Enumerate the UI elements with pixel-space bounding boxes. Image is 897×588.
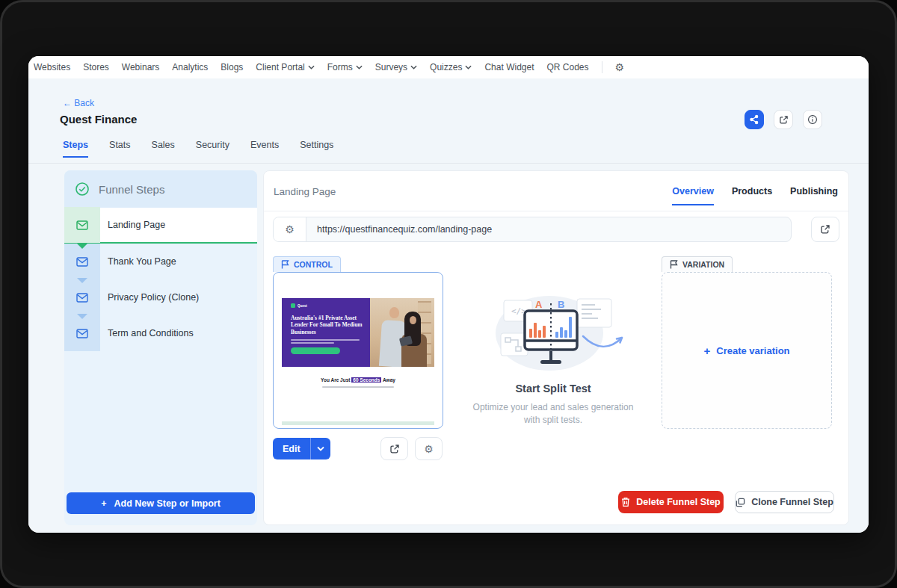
tab-overview[interactable]: Overview bbox=[672, 186, 714, 205]
mini-cta-button bbox=[291, 347, 340, 354]
step-connector-arrow bbox=[77, 314, 87, 319]
logo-text: Quest bbox=[298, 304, 307, 308]
tab-publishing[interactable]: Publishing bbox=[790, 186, 838, 205]
split-test-title: Start Split Test bbox=[452, 383, 654, 394]
edit-dropdown-button[interactable] bbox=[310, 438, 330, 459]
nav-divider bbox=[602, 61, 602, 73]
chevron-down-icon bbox=[317, 446, 324, 451]
trash-icon bbox=[621, 497, 630, 507]
tab-stats[interactable]: Stats bbox=[109, 140, 131, 158]
label-b: B bbox=[558, 299, 564, 310]
edit-button[interactable]: Edit bbox=[273, 438, 310, 459]
step-label: Thank You Page bbox=[108, 256, 176, 267]
mini-hero-section: Quest Australia's #1 Private Asset Lende… bbox=[282, 298, 434, 367]
step-detail-title: Landing Page bbox=[274, 186, 336, 197]
logo-mark-icon bbox=[291, 303, 295, 308]
step-row-thank-you-page[interactable]: Thank You Page bbox=[64, 244, 257, 279]
chevron-down-icon bbox=[308, 65, 315, 69]
step-row-term-and-conditions[interactable]: Term and Conditions bbox=[64, 315, 257, 351]
nav-item-chat-widget[interactable]: Chat Widget bbox=[484, 62, 534, 72]
step-label: Term and Conditions bbox=[108, 328, 194, 338]
nav-item-stores[interactable]: Stores bbox=[83, 62, 109, 72]
preview-settings-button[interactable]: ⚙ bbox=[415, 437, 443, 460]
funnel-tabs: Steps Stats Sales Security Events Settin… bbox=[63, 140, 333, 158]
envelope-icon bbox=[73, 252, 92, 271]
clone-funnel-step-button[interactable]: Clone Funnel Step bbox=[735, 491, 834, 513]
mini-landing-page: Quest Australia's #1 Private Asset Lende… bbox=[277, 276, 440, 425]
copy-icon bbox=[736, 498, 745, 507]
url-settings-button[interactable]: ⚙ bbox=[274, 217, 306, 241]
variation-dropzone: + Create variation bbox=[662, 272, 832, 429]
top-navigation: Websites Stores Webinars Analytics Blogs… bbox=[28, 56, 869, 78]
app-window: Websites Stores Webinars Analytics Blogs… bbox=[28, 56, 869, 533]
header-actions bbox=[745, 110, 822, 129]
page-url-bar: ⚙ https://questfinancequiz.com/landing-p… bbox=[273, 217, 792, 242]
nav-item-quizzes[interactable]: Quizzes bbox=[430, 62, 472, 72]
gear-icon: ⚙ bbox=[424, 443, 434, 455]
nav-item-websites[interactable]: Websites bbox=[34, 62, 70, 72]
tab-steps[interactable]: Steps bbox=[63, 140, 88, 158]
envelope-icon bbox=[73, 324, 92, 343]
step-icon-cell bbox=[64, 279, 100, 315]
tab-security[interactable]: Security bbox=[196, 140, 229, 158]
step-connector-arrow bbox=[77, 278, 87, 283]
mini-hero-photo bbox=[370, 298, 434, 367]
chevron-down-icon bbox=[410, 65, 417, 69]
back-arrow-icon: ← bbox=[63, 98, 72, 108]
nav-item-client-portal[interactable]: Client Portal bbox=[256, 62, 314, 72]
chevron-down-icon bbox=[356, 65, 363, 69]
step-icon-cell bbox=[64, 315, 100, 351]
delete-funnel-step-button[interactable]: Delete Funnel Step bbox=[618, 491, 724, 513]
mini-caption: You Are Just 60 Seconds Away bbox=[277, 377, 440, 383]
open-external-button[interactable] bbox=[774, 110, 793, 129]
add-new-step-button[interactable]: + Add New Step or Import bbox=[67, 492, 255, 514]
label-a: A bbox=[535, 299, 543, 310]
open-url-button[interactable] bbox=[811, 217, 839, 242]
step-icon-cell bbox=[64, 207, 100, 243]
split-test-block: </> A B bbox=[452, 287, 654, 427]
nav-item-webinars[interactable]: Webinars bbox=[122, 62, 159, 72]
mini-logo: Quest bbox=[291, 303, 370, 308]
share-button[interactable] bbox=[745, 110, 764, 129]
preview-open-button[interactable] bbox=[380, 437, 408, 460]
step-detail-header: Landing Page Overview Products Publishin… bbox=[264, 171, 848, 211]
back-link[interactable]: ← Back bbox=[63, 98, 94, 108]
gear-icon: ⚙ bbox=[285, 223, 295, 235]
envelope-icon bbox=[73, 215, 92, 235]
tab-sales[interactable]: Sales bbox=[152, 140, 175, 158]
step-connector-arrow bbox=[77, 244, 87, 249]
tab-products[interactable]: Products bbox=[732, 186, 772, 205]
flag-icon bbox=[670, 260, 678, 269]
nav-item-forms[interactable]: Forms bbox=[327, 62, 363, 72]
mini-hero-copy: Quest Australia's #1 Private Asset Lende… bbox=[282, 298, 370, 367]
funnel-steps-header: Funnel Steps bbox=[64, 170, 257, 208]
tab-events[interactable]: Events bbox=[250, 140, 279, 158]
info-button[interactable] bbox=[803, 110, 822, 129]
control-page-preview: Quest Australia's #1 Private Asset Lende… bbox=[273, 272, 443, 429]
nav-item-blogs[interactable]: Blogs bbox=[221, 62, 243, 72]
page-title: Quest Finance bbox=[60, 113, 137, 126]
step-row-privacy-policy[interactable]: Privacy Policy (Clone) bbox=[64, 279, 257, 315]
header-divider bbox=[28, 163, 869, 164]
tab-settings[interactable]: Settings bbox=[300, 140, 333, 158]
control-badge: CONTROL bbox=[273, 256, 341, 272]
settings-gear-icon[interactable]: ⚙ bbox=[615, 62, 625, 72]
mini-subtext bbox=[322, 386, 394, 388]
create-variation-button[interactable]: + Create variation bbox=[703, 344, 789, 357]
step-detail-tabs: Overview Products Publishing bbox=[672, 186, 838, 205]
funnel-steps-sidebar: Funnel Steps Landing Page Thank You Page bbox=[64, 170, 257, 525]
step-detail-panel: Landing Page Overview Products Publishin… bbox=[263, 170, 849, 525]
nav-item-analytics[interactable]: Analytics bbox=[172, 62, 208, 72]
envelope-icon bbox=[73, 288, 92, 307]
step-row-landing-page[interactable]: Landing Page bbox=[64, 208, 257, 244]
page-url-text: https://questfinancequiz.com/landing-pag… bbox=[317, 224, 492, 235]
funnel-steps-title: Funnel Steps bbox=[99, 183, 164, 196]
mini-headline: Australia's #1 Private Asset Lender For … bbox=[291, 315, 369, 335]
nav-item-qr-codes[interactable]: QR Codes bbox=[546, 62, 588, 72]
nav-item-surveys[interactable]: Surveys bbox=[375, 62, 417, 72]
chevron-down-icon bbox=[465, 65, 472, 69]
step-label: Privacy Policy (Clone) bbox=[108, 292, 199, 303]
mini-caption-highlight: 60 Seconds bbox=[351, 377, 381, 383]
plus-icon: + bbox=[101, 498, 106, 509]
check-circle-icon bbox=[75, 182, 90, 196]
